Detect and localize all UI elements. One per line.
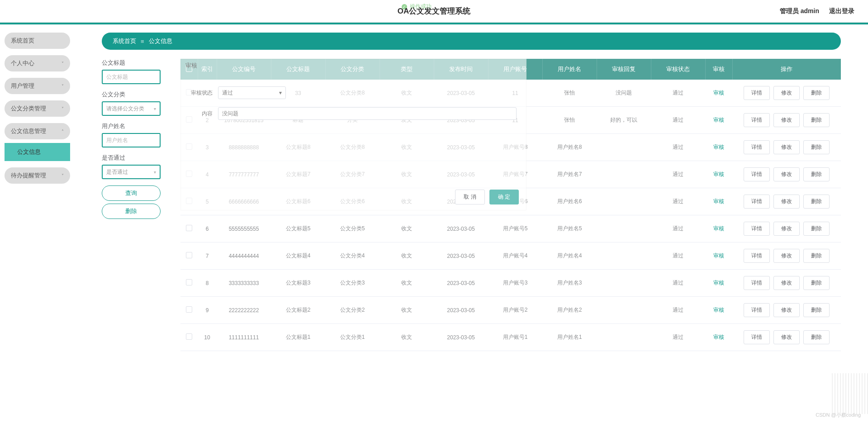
row-edit-button[interactable]: 修改 xyxy=(773,195,800,209)
row-detail-button[interactable]: 详情 xyxy=(744,276,770,290)
table-cell: 公文分类8 xyxy=(325,134,379,161)
filter-pass-select[interactable]: 是否通过 ▾ xyxy=(102,165,161,179)
row-edit-button[interactable]: 修改 xyxy=(773,167,800,181)
row-edit-button[interactable]: 修改 xyxy=(773,113,800,127)
row-edit-button[interactable]: 修改 xyxy=(773,249,800,263)
row-delete-button[interactable]: 删除 xyxy=(803,140,830,154)
row-detail-button[interactable]: 详情 xyxy=(744,249,770,263)
filter-pass-placeholder: 是否通过 xyxy=(106,168,128,176)
table-cell: 收文 xyxy=(379,242,434,270)
row-edit-button[interactable]: 修改 xyxy=(773,140,800,154)
sidebar-item-4[interactable]: 公文信息管理˄ xyxy=(5,123,70,139)
table-cell: 公文分类5 xyxy=(325,215,379,242)
audit-link[interactable]: 审核 xyxy=(713,225,724,232)
table-cell: 公文分类7 xyxy=(325,161,379,188)
audit-link[interactable]: 审核 xyxy=(713,280,724,286)
row-checkbox[interactable] xyxy=(186,252,192,258)
audit-link[interactable]: 审核 xyxy=(713,144,724,150)
delete-button[interactable]: 删除 xyxy=(102,204,161,219)
table-cell: 3 xyxy=(198,134,217,161)
row-detail-button[interactable]: 详情 xyxy=(744,222,770,236)
row-checkbox[interactable] xyxy=(186,306,192,313)
row-detail-button[interactable]: 详情 xyxy=(744,195,770,209)
row-delete-button[interactable]: 删除 xyxy=(803,330,830,344)
table-cell: 通过 xyxy=(651,297,705,324)
sidebar-subitem[interactable]: 公文信息 xyxy=(5,143,70,161)
table-cell: 收文 xyxy=(379,188,434,215)
chevron-down-icon: ˅ xyxy=(62,61,64,66)
row-delete-button[interactable]: 删除 xyxy=(803,303,830,317)
table-cell: 6666666666 xyxy=(217,188,271,215)
row-edit-button[interactable]: 修改 xyxy=(773,276,800,290)
audit-link[interactable]: 审核 xyxy=(713,90,724,96)
audit-link[interactable]: 审核 xyxy=(713,171,724,177)
modal-ok-button[interactable]: 确 定 xyxy=(489,190,519,204)
current-user[interactable]: 管理员 admin xyxy=(780,7,819,15)
table-cell xyxy=(180,134,198,161)
chevron-down-icon: ▾ xyxy=(154,170,156,175)
breadcrumb-home[interactable]: 系统首页 xyxy=(113,37,136,45)
table-cell: 收文 xyxy=(379,270,434,297)
row-checkbox[interactable] xyxy=(186,333,192,340)
table-cell: 审核 xyxy=(705,270,732,297)
row-detail-button[interactable]: 详情 xyxy=(744,86,770,100)
table-cell: 2023-03-05 xyxy=(434,215,488,242)
table-cell xyxy=(180,161,198,188)
row-detail-button[interactable]: 详情 xyxy=(744,113,770,127)
filter-cat-select[interactable]: 请选择公文分类 ▾ xyxy=(102,101,161,116)
row-delete-button[interactable]: 删除 xyxy=(803,113,830,127)
row-detail-button[interactable]: 详情 xyxy=(744,303,770,317)
audit-link[interactable]: 审核 xyxy=(713,198,724,204)
table-cell xyxy=(180,242,198,270)
row-checkbox[interactable] xyxy=(186,116,192,123)
row-checkbox[interactable] xyxy=(186,143,192,150)
query-button[interactable]: 查询 xyxy=(102,185,161,201)
sidebar-item-2[interactable]: 用户管理˅ xyxy=(5,78,70,94)
row-checkbox[interactable] xyxy=(186,225,192,231)
table-cell: 1678002551815 xyxy=(217,107,271,134)
select-all-checkbox[interactable] xyxy=(186,66,192,72)
table-cell: 审核 xyxy=(705,161,732,188)
row-checkbox[interactable] xyxy=(186,89,192,95)
row-delete-button[interactable]: 删除 xyxy=(803,249,830,263)
filter-title-field[interactable] xyxy=(106,74,156,80)
filter-title-input[interactable] xyxy=(102,70,161,84)
table-cell xyxy=(597,188,651,215)
table-cell xyxy=(180,107,198,134)
sidebar-item-3[interactable]: 公文分类管理˅ xyxy=(5,100,70,117)
logout-link[interactable]: 退出登录 xyxy=(829,7,854,15)
audit-link[interactable]: 审核 xyxy=(713,252,724,259)
filter-name-field[interactable] xyxy=(106,137,156,143)
row-detail-button[interactable]: 详情 xyxy=(744,330,770,344)
row-detail-button[interactable]: 详情 xyxy=(744,140,770,154)
audit-link[interactable]: 审核 xyxy=(713,334,724,340)
row-edit-button[interactable]: 修改 xyxy=(773,86,800,100)
app-header: ✓ 操作成功 OA公文发文管理系统 管理员 admin 退出登录 xyxy=(0,0,868,23)
modal-cancel-button[interactable]: 取 消 xyxy=(455,190,484,204)
row-delete-button[interactable]: 删除 xyxy=(803,222,830,236)
row-delete-button[interactable]: 删除 xyxy=(803,86,830,100)
filter-name-input[interactable] xyxy=(102,133,161,147)
row-delete-button[interactable]: 删除 xyxy=(803,276,830,290)
table-cell: 公文标题5 xyxy=(271,215,325,242)
column-header: 公文编号 xyxy=(217,59,271,80)
sidebar-item-1[interactable]: 个人中心˅ xyxy=(5,55,70,71)
row-detail-button[interactable]: 详情 xyxy=(744,167,770,181)
table-cell: 没问题 xyxy=(597,80,651,107)
row-checkbox[interactable] xyxy=(186,198,192,204)
table-cell: 3333333333 xyxy=(217,270,271,297)
row-edit-button[interactable]: 修改 xyxy=(773,303,800,317)
table-cell: 审核 xyxy=(705,134,732,161)
audit-link[interactable]: 审核 xyxy=(713,117,724,123)
table-row: 101111111111公文标题1公文分类1收文2023-03-05用户账号1用… xyxy=(180,324,841,351)
row-checkbox[interactable] xyxy=(186,171,192,177)
row-checkbox[interactable] xyxy=(186,279,192,285)
table-cell: 2023-03-05 xyxy=(434,134,488,161)
sidebar-item-5[interactable]: 待办提醒管理˅ xyxy=(5,167,70,184)
sidebar-item-0[interactable]: 系统首页 xyxy=(5,33,70,49)
row-edit-button[interactable]: 修改 xyxy=(773,330,800,344)
row-edit-button[interactable]: 修改 xyxy=(773,222,800,236)
row-delete-button[interactable]: 删除 xyxy=(803,167,830,181)
row-delete-button[interactable]: 删除 xyxy=(803,195,830,209)
audit-link[interactable]: 审核 xyxy=(713,307,724,313)
